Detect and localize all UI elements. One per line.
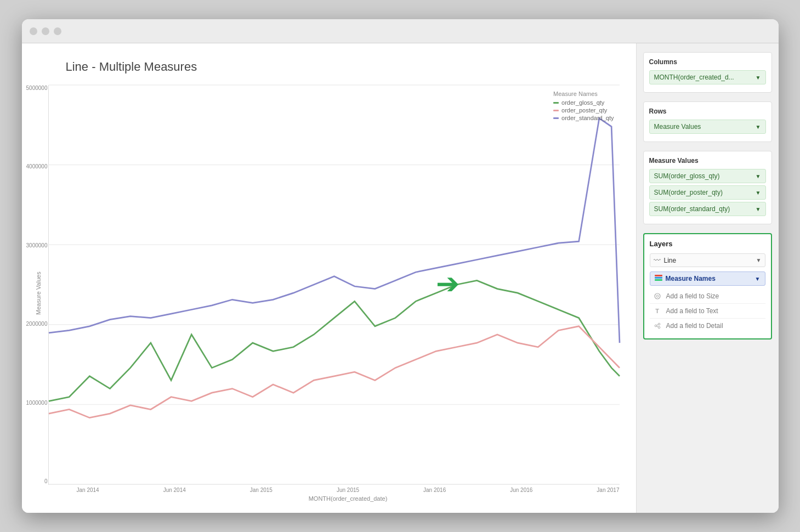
- columns-chevron-icon: ▼: [756, 75, 761, 81]
- layer-type-left: 〰 Line: [654, 256, 677, 264]
- svg-point-6: [655, 293, 660, 299]
- svg-line-11: [656, 325, 658, 325]
- size-icon: [653, 292, 662, 301]
- measure-poster-label: SUM(order_poster_qty): [654, 189, 723, 196]
- rows-title: Rows: [649, 107, 766, 115]
- svg-point-9: [658, 323, 660, 325]
- chart-wrapper: Measure Values 5000000 4000000 3000000 2…: [33, 85, 620, 502]
- legend-label-poster: order_poster_qty: [561, 107, 607, 114]
- columns-section: Columns MONTH(order_created_d... ▼: [643, 52, 772, 93]
- layer-chevron-icon: ▼: [756, 257, 762, 263]
- measure-standard-label: SUM(order_standard_qty): [654, 205, 730, 213]
- chart-svg: [49, 85, 620, 484]
- add-size-label: Add a field to Size: [666, 292, 719, 300]
- svg-point-8: [655, 325, 657, 327]
- titlebar: [22, 19, 779, 43]
- svg-point-10: [658, 326, 660, 329]
- columns-title: Columns: [649, 58, 766, 66]
- maximize-button[interactable]: [54, 27, 61, 35]
- close-button[interactable]: [30, 27, 37, 35]
- legend-dot-standard: [553, 117, 559, 119]
- layers-section: Layers 〰 Line ▼: [643, 233, 772, 339]
- measure-gloss-pill[interactable]: SUM(order_gloss_qty) ▼: [649, 169, 766, 183]
- legend-item-gloss: order_gloss_qty: [553, 99, 614, 106]
- text-icon: T: [653, 307, 662, 315]
- legend-title: Measure Names: [553, 90, 614, 97]
- y-tick-labels: 5000000 4000000 3000000 2000000 1000000 …: [22, 85, 48, 484]
- right-panel: Columns MONTH(order_created_d... ▼ Rows …: [636, 43, 779, 513]
- measure-names-chevron-icon: ▼: [755, 276, 761, 282]
- detail-icon: [653, 321, 662, 330]
- right-arrow-icon: ➔: [436, 268, 460, 299]
- chart-inner: 5000000 4000000 3000000 2000000 1000000 …: [48, 85, 620, 502]
- measure-names-label: Measure Names: [666, 275, 716, 282]
- legend-label-standard: order_standard_qty: [561, 115, 614, 121]
- measure-values-title: Measure Values: [649, 157, 766, 165]
- measure-standard-pill[interactable]: SUM(order_standard_qty) ▼: [649, 202, 766, 216]
- chart-plot: 5000000 4000000 3000000 2000000 1000000 …: [48, 85, 620, 485]
- measure-values-section: Measure Values SUM(order_gloss_qty) ▼ SU…: [643, 151, 772, 224]
- measure-poster-pill[interactable]: SUM(order_poster_qty) ▼: [649, 185, 766, 200]
- rows-section: Rows Measure Values ▼: [643, 101, 772, 142]
- svg-line-12: [656, 326, 658, 327]
- arrow-container: ➔: [436, 269, 460, 298]
- legend-dot-gloss: [553, 102, 559, 104]
- layer-type-row[interactable]: 〰 Line ▼: [650, 253, 765, 267]
- measure-poster-chevron-icon: ▼: [756, 190, 761, 196]
- add-text-field-row[interactable]: T Add a field to Text: [650, 304, 765, 319]
- x-axis-labels: Jan 2014 Jun 2014 Jan 2015 Jun 2015 Jan …: [77, 485, 620, 493]
- add-detail-label: Add a field to Detail: [666, 322, 723, 330]
- legend-item-standard: order_standard_qty: [553, 115, 614, 121]
- add-size-field-row[interactable]: Add a field to Size: [650, 289, 765, 304]
- chart-legend: Measure Names order_gloss_qty order_post…: [553, 90, 614, 122]
- measure-standard-chevron-icon: ▼: [756, 206, 761, 212]
- columns-pill-label: MONTH(order_created_d...: [654, 73, 734, 81]
- layers-title: Layers: [650, 240, 765, 248]
- chart-area: Line - Multiple Measures Measure Values …: [22, 43, 636, 513]
- x-axis-title: MONTH(order_created_date): [77, 495, 620, 502]
- rows-pill[interactable]: Measure Values ▼: [649, 120, 766, 134]
- rows-chevron-icon: ▼: [756, 124, 761, 130]
- rows-pill-label: Measure Values: [654, 123, 701, 131]
- measure-gloss-label: SUM(order_gloss_qty): [654, 172, 720, 180]
- columns-pill[interactable]: MONTH(order_created_d... ▼: [649, 70, 766, 84]
- measure-names-row[interactable]: Measure Names ▼: [650, 271, 765, 286]
- svg-point-7: [656, 295, 659, 297]
- measure-names-left: Measure Names: [655, 275, 716, 282]
- minimize-button[interactable]: [42, 27, 49, 35]
- color-bars-icon: [655, 275, 662, 282]
- legend-dot-poster: [553, 110, 559, 111]
- app-window: Line - Multiple Measures Measure Values …: [22, 19, 779, 513]
- chart-title: Line - Multiple Measures: [66, 60, 620, 74]
- measure-gloss-chevron-icon: ▼: [756, 173, 761, 179]
- line-wave-icon: 〰: [654, 256, 661, 264]
- legend-label-gloss: order_gloss_qty: [561, 99, 604, 106]
- layer-type-label: Line: [664, 257, 677, 264]
- add-detail-field-row[interactable]: Add a field to Detail: [650, 319, 765, 333]
- legend-item-poster: order_poster_qty: [553, 107, 614, 114]
- main-content: Line - Multiple Measures Measure Values …: [22, 43, 779, 513]
- add-text-label: Add a field to Text: [666, 307, 718, 315]
